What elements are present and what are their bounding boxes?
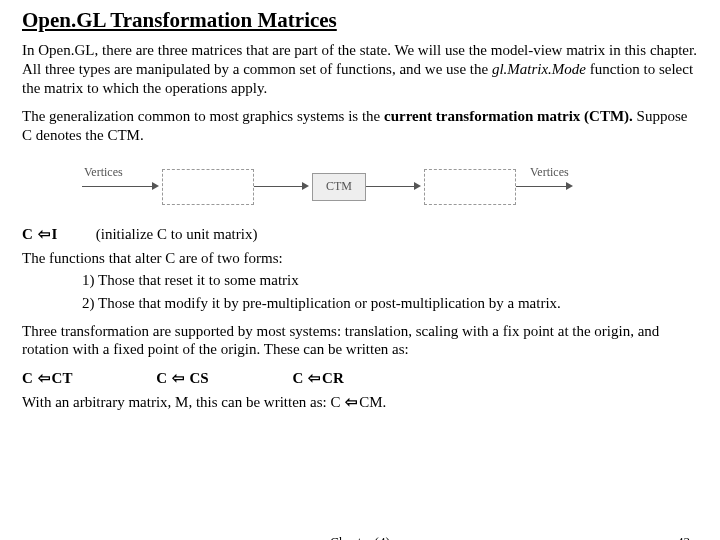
eq-ct-l: C bbox=[22, 370, 37, 386]
eq-init-c: C bbox=[22, 226, 37, 242]
eq-cr: C ⇦CR bbox=[292, 369, 343, 387]
eq-cs-r: CS bbox=[186, 370, 209, 386]
eq-cs: C ⇦ CS bbox=[156, 369, 209, 387]
eq-init-i: I bbox=[52, 226, 58, 242]
arrow-head-4-icon bbox=[566, 182, 573, 190]
ctm-box: CTM bbox=[312, 173, 366, 201]
page-title: Open.GL Transformation Matrices bbox=[22, 8, 698, 33]
arrow-head-2-icon bbox=[302, 182, 309, 190]
forms-list: 1) Those that reset it to some matrix 2)… bbox=[82, 272, 698, 312]
left-arrow-icon: ⇦ bbox=[308, 369, 321, 387]
p5-part1: With an arbitrary matrix, M, this can be… bbox=[22, 394, 344, 410]
forms-intro: The functions that alter C are of two fo… bbox=[22, 249, 698, 268]
intro-paragraph: In Open.GL, there are three matrices tha… bbox=[22, 41, 698, 97]
left-arrow-icon: ⇦ bbox=[38, 225, 51, 243]
ctm-term: current transformation matrix (CTM). bbox=[384, 108, 633, 124]
eq-ct-r: CT bbox=[52, 370, 73, 386]
equation-init: C ⇦I (initialize C to unit matrix) bbox=[22, 225, 698, 243]
label-vertices-in: Vertices bbox=[84, 165, 123, 180]
eq-init-note: (initialize C to unit matrix) bbox=[96, 226, 258, 242]
fn-name: gl.Matrix.Mode bbox=[492, 61, 586, 77]
arrow-line-1 bbox=[82, 186, 152, 187]
equation-row-transforms: C ⇦CT C ⇦ CS C ⇦CR bbox=[22, 369, 698, 387]
slide-page: Open.GL Transformation Matrices In Open.… bbox=[0, 0, 720, 540]
arrow-head-3-icon bbox=[414, 182, 421, 190]
eq-init-expr: C ⇦I bbox=[22, 225, 92, 243]
transforms-paragraph: Three transformation are supported by mo… bbox=[22, 322, 698, 360]
list-item: 2) Those that modify it by pre-multiplic… bbox=[82, 295, 698, 312]
footer-page-number: 43 bbox=[677, 534, 690, 540]
list-item: 1) Those that reset it to some matrix bbox=[82, 272, 698, 289]
arrow-line-4 bbox=[516, 186, 566, 187]
arrow-line-2 bbox=[254, 186, 302, 187]
eq-cr-l: C bbox=[292, 370, 307, 386]
arrow-head-1-icon bbox=[152, 182, 159, 190]
eq-cs-l: C bbox=[156, 370, 171, 386]
p5-part2: CM. bbox=[359, 394, 386, 410]
left-arrow-icon: ⇦ bbox=[345, 393, 358, 412]
eq-ct: C ⇦CT bbox=[22, 369, 72, 387]
ctm-paragraph: The generalization common to most graphi… bbox=[22, 107, 698, 145]
ctm-diagram: Vertices CTM Vertices bbox=[62, 155, 582, 217]
left-arrow-icon: ⇦ bbox=[38, 369, 51, 387]
dashed-box-2 bbox=[424, 169, 516, 205]
ctm-part1: The generalization common to most graphi… bbox=[22, 108, 384, 124]
label-vertices-out: Vertices bbox=[530, 165, 569, 180]
footer-chapter: Chapter (4) bbox=[0, 534, 720, 540]
left-arrow-icon: ⇦ bbox=[172, 369, 185, 387]
dashed-box-1 bbox=[162, 169, 254, 205]
eq-cr-r: CR bbox=[322, 370, 344, 386]
arrow-line-3 bbox=[366, 186, 414, 187]
arbitrary-matrix-paragraph: With an arbitrary matrix, M, this can be… bbox=[22, 393, 698, 412]
